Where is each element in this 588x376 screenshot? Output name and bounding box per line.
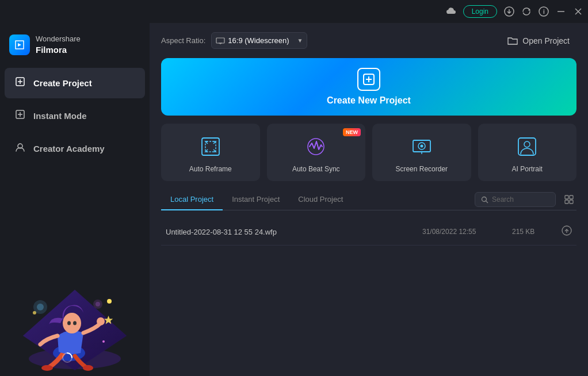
- upload-icon[interactable]: [562, 225, 572, 238]
- new-badge: NEW: [343, 128, 361, 136]
- login-button[interactable]: Login: [463, 5, 497, 18]
- app-name: Filmora: [36, 44, 81, 56]
- svg-rect-55: [570, 200, 573, 204]
- search-icon: [481, 196, 488, 204]
- logo-text: Wondershare Filmora: [36, 34, 81, 55]
- aspect-ratio-select[interactable]: 16:9 (Widescreen) 9:16 (Portrait) 1:1 (S…: [211, 32, 307, 49]
- svg-point-50: [482, 197, 487, 201]
- create-new-project-label: Create New Project: [327, 95, 411, 106]
- auto-beat-sync-icon: [303, 134, 329, 159]
- projects-list: Untitled-2022-08-31 12 55 24.wfp 31/08/2…: [161, 218, 576, 365]
- nav-instant-mode[interactable]: Instant Mode: [5, 101, 145, 131]
- minimize-icon[interactable]: [556, 6, 566, 17]
- svg-rect-53: [570, 195, 573, 199]
- screen-recorder-icon: [409, 134, 434, 159]
- feature-card-screen-recorder[interactable]: Screen Recorder: [372, 124, 471, 181]
- logo-area: Wondershare Filmora: [0, 28, 150, 67]
- svg-point-26: [63, 313, 81, 333]
- sidebar-illustration: [0, 250, 150, 376]
- svg-rect-54: [565, 200, 568, 204]
- aspect-select-wrapper: 16:9 (Widescreen) 9:16 (Portrait) 1:1 (S…: [211, 32, 307, 49]
- project-size: 215 KB: [512, 228, 552, 236]
- nav-create-project-label: Create Project: [33, 78, 92, 88]
- nav-instant-mode-label: Instant Mode: [33, 111, 87, 121]
- search-box: [475, 192, 556, 207]
- nav-creator-academy[interactable]: Creator Academy: [5, 133, 145, 164]
- feature-card-ai-portrait[interactable]: AI Portrait: [478, 124, 577, 181]
- instant-mode-icon: [14, 109, 26, 123]
- svg-point-27: [67, 321, 71, 325]
- svg-point-33: [96, 302, 100, 306]
- content-area: Aspect Ratio: 16:9 (Widescreen) 9:16 (Po…: [150, 23, 588, 376]
- tab-cloud-project[interactable]: Cloud Project: [289, 189, 352, 210]
- info-icon[interactable]: i: [539, 6, 549, 17]
- open-project-label: Open Project: [522, 36, 570, 45]
- tab-local-project[interactable]: Local Project: [161, 189, 223, 210]
- grid-icon: [564, 194, 574, 205]
- svg-marker-7: [18, 43, 21, 47]
- project-date: 31/08/2022 12:55: [422, 228, 503, 236]
- svg-point-23: [83, 365, 93, 371]
- projects-section: Local Project Instant Project Cloud Proj…: [150, 189, 588, 376]
- nav-create-project[interactable]: Create Project: [5, 68, 145, 98]
- projects-tab-actions: [475, 192, 576, 207]
- feature-cards: Auto Reframe NEW Auto Beat Sync: [150, 116, 588, 189]
- title-bar: Login i: [0, 0, 588, 23]
- open-project-button[interactable]: Open Project: [501, 33, 576, 49]
- svg-rect-52: [565, 195, 568, 199]
- download-icon[interactable]: [504, 6, 514, 17]
- auto-reframe-label: Auto Reframe: [189, 165, 232, 173]
- cloud-icon[interactable]: [445, 7, 456, 16]
- refresh-icon[interactable]: [521, 6, 532, 17]
- tab-instant-project[interactable]: Instant Project: [223, 189, 289, 210]
- svg-point-31: [37, 304, 44, 310]
- ai-portrait-icon: [514, 134, 540, 159]
- svg-point-24: [97, 317, 105, 325]
- folder-icon: [507, 36, 518, 45]
- sidebar: Wondershare Filmora Create Project Insta…: [0, 23, 150, 376]
- top-bar: Aspect Ratio: 16:9 (Widescreen) 9:16 (Po…: [150, 23, 588, 58]
- project-name: Untitled-2022-08-31 12 55 24.wfp: [166, 228, 413, 236]
- creator-academy-icon: [14, 141, 26, 156]
- create-project-icon: [14, 76, 26, 90]
- close-icon[interactable]: [573, 6, 583, 17]
- svg-line-51: [486, 201, 488, 203]
- svg-point-28: [73, 321, 77, 325]
- grid-view-button[interactable]: [562, 192, 576, 207]
- feature-card-auto-reframe[interactable]: Auto Reframe: [161, 124, 260, 181]
- create-new-project-banner[interactable]: Create New Project: [161, 58, 576, 116]
- svg-point-20: [102, 340, 105, 343]
- title-bar-icons: Login i: [445, 5, 583, 18]
- create-project-icon: [357, 68, 380, 91]
- auto-reframe-icon: [198, 134, 223, 159]
- main-layout: Wondershare Filmora Create Project Insta…: [0, 23, 588, 376]
- svg-point-18: [107, 299, 112, 304]
- ai-portrait-label: AI Portrait: [512, 165, 543, 173]
- app-logo-icon: [9, 34, 30, 55]
- projects-tabs: Local Project Instant Project Cloud Proj…: [161, 189, 576, 210]
- svg-rect-40: [202, 138, 219, 155]
- svg-point-45: [420, 145, 423, 148]
- table-row[interactable]: Untitled-2022-08-31 12 55 24.wfp 31/08/2…: [161, 218, 576, 245]
- search-input[interactable]: [492, 195, 549, 204]
- svg-point-22: [41, 365, 53, 371]
- aspect-ratio-section: Aspect Ratio: 16:9 (Widescreen) 9:16 (Po…: [161, 32, 307, 49]
- nav-creator-academy-label: Creator Academy: [33, 144, 105, 154]
- svg-text:i: i: [543, 9, 545, 15]
- screen-recorder-label: Screen Recorder: [395, 165, 448, 173]
- aspect-ratio-label: Aspect Ratio:: [161, 36, 205, 45]
- brand-name: Wondershare: [36, 34, 81, 44]
- svg-point-49: [524, 141, 530, 147]
- feature-card-auto-beat-sync[interactable]: NEW Auto Beat Sync: [267, 124, 366, 181]
- auto-beat-sync-label: Auto Beat Sync: [292, 165, 340, 173]
